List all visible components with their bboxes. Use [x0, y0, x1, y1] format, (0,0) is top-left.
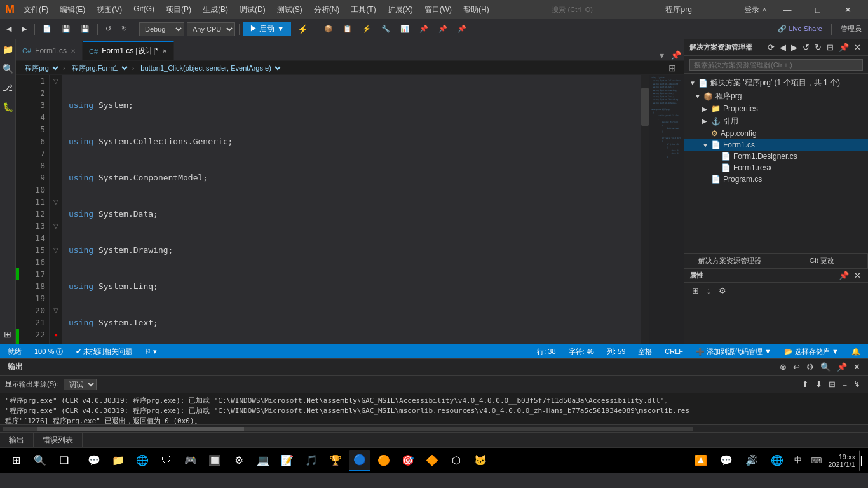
- code-content[interactable]: using System; using System.Collections.G…: [62, 75, 641, 344]
- bookmark-btn-3[interactable]: 📌: [454, 24, 470, 34]
- taskbar-app-1[interactable]: 💬: [83, 450, 105, 471]
- global-search-input[interactable]: [546, 4, 660, 15]
- taskbar-app-4[interactable]: 🛡: [156, 450, 177, 471]
- menu-project[interactable]: 项目(P): [161, 3, 196, 17]
- activity-search[interactable]: 🔍: [0, 61, 16, 76]
- activity-explorer[interactable]: 📁: [0, 42, 16, 57]
- output-btn-5[interactable]: ↯: [851, 379, 863, 390]
- output-wrap-button[interactable]: ↩: [790, 362, 803, 372]
- breadcrumb-expand-button[interactable]: ⊞: [666, 63, 679, 73]
- taskbar-lang[interactable]: 中: [792, 455, 804, 466]
- menu-edit[interactable]: 编辑(E): [55, 3, 90, 17]
- menu-extend[interactable]: 扩展(X): [383, 3, 418, 17]
- taskbar-app-10[interactable]: 🎵: [301, 450, 322, 471]
- start-button[interactable]: ▶ 启动 ▼: [243, 22, 291, 36]
- output-find-button[interactable]: 🔍: [818, 362, 833, 372]
- taskbar-app-2[interactable]: 📁: [107, 450, 129, 471]
- taskbar-app-9[interactable]: 📝: [276, 450, 298, 471]
- taskbar-app-12[interactable]: 🔵: [349, 450, 370, 471]
- code-editor[interactable]: 12345 678910 1112131415 1617181920 21222…: [16, 75, 684, 344]
- status-branch[interactable]: 📂 选择存储库 ▼: [782, 347, 841, 356]
- menu-tools[interactable]: 工具(T): [346, 3, 381, 17]
- menu-test[interactable]: 测试(S): [272, 3, 308, 17]
- menu-window[interactable]: 窗口(W): [419, 3, 457, 17]
- output-hscrollbar-thumb[interactable]: [37, 427, 244, 431]
- output-clear-button[interactable]: ⊗: [777, 362, 789, 372]
- close-button[interactable]: ✕: [834, 0, 863, 19]
- form1-cs-item[interactable]: ▼ 📄 Form1.cs: [684, 139, 868, 151]
- tool-btn-1[interactable]: 📦: [320, 24, 337, 34]
- tool-btn-4[interactable]: 🔧: [377, 24, 394, 34]
- menu-analyze[interactable]: 分析(N): [309, 3, 345, 17]
- output-btn-3[interactable]: ⊞: [826, 379, 838, 390]
- taskbar-app-6[interactable]: 🔲: [204, 450, 226, 471]
- menu-build[interactable]: 生成(B): [198, 3, 233, 17]
- taskbar-volume[interactable]: 🔊: [741, 450, 763, 471]
- se-close-button[interactable]: ✕: [852, 42, 863, 53]
- taskbar-show-hidden[interactable]: 🔼: [690, 450, 712, 471]
- se-sync-button[interactable]: ⟳: [766, 42, 776, 53]
- menu-file[interactable]: 文件(F): [18, 3, 53, 17]
- se-solution-tab[interactable]: 解决方案资源管理器: [684, 254, 776, 268]
- taskbar-app-5[interactable]: 🎮: [180, 450, 201, 471]
- new-file-button[interactable]: 📄: [39, 24, 55, 34]
- properties-folder-item[interactable]: ▶ 📁 Properties: [684, 103, 868, 114]
- output-tab-label[interactable]: 输出: [5, 362, 25, 372]
- manage-button[interactable]: 管理员: [837, 23, 865, 35]
- status-warnings[interactable]: ⚐ ▾: [142, 348, 159, 356]
- output-hscrollbar[interactable]: [3, 427, 693, 431]
- back-button[interactable]: ◀: [3, 24, 15, 34]
- scrollbar-thumb[interactable]: [641, 88, 649, 126]
- taskbar-app-8[interactable]: 💻: [252, 450, 274, 471]
- props-settings-btn[interactable]: ⚙: [716, 285, 729, 296]
- taskbar-app-13[interactable]: 🟠: [373, 450, 395, 471]
- tab-close-2[interactable]: ✕: [162, 48, 167, 55]
- taskbar-clock[interactable]: 19:xx 2021/1/1: [828, 453, 855, 468]
- se-pin-button[interactable]: 📌: [837, 42, 851, 53]
- props-category-btn[interactable]: ⊞: [689, 285, 702, 296]
- taskbar-app-15[interactable]: 🔶: [421, 450, 443, 471]
- forward-button[interactable]: ▶: [18, 24, 31, 34]
- status-encoding[interactable]: CRLF: [662, 348, 686, 355]
- status-bell[interactable]: 🔔: [849, 348, 863, 356]
- tool-btn-5[interactable]: 📊: [397, 24, 413, 34]
- menu-view[interactable]: 视图(V): [92, 3, 127, 17]
- tab-form1-cs[interactable]: C# Form1.cs ✕: [16, 41, 83, 60]
- tab-close-1[interactable]: ✕: [71, 48, 76, 55]
- breadcrumb-class-select[interactable]: 程序prg.Form1: [68, 64, 130, 72]
- status-source-control[interactable]: ➕ 添加到源代码管理 ▼: [693, 347, 774, 356]
- undo-button[interactable]: ↺: [102, 24, 115, 34]
- status-char[interactable]: 字符: 46: [566, 347, 597, 356]
- output-btn-2[interactable]: ⬇: [813, 379, 825, 390]
- status-ready[interactable]: 就绪: [5, 347, 24, 356]
- breadcrumb-project-select[interactable]: 程序prg: [21, 64, 60, 72]
- references-item[interactable]: ▶ ⚓ 引用: [684, 114, 868, 128]
- activity-debug[interactable]: 🐛: [0, 99, 16, 114]
- taskbar-msg-icon[interactable]: 💬: [715, 450, 737, 471]
- breadcrumb-method-select[interactable]: button1_Click(object sender, EventArgs e…: [137, 64, 283, 72]
- tool-btn-3[interactable]: ⚡: [358, 24, 375, 34]
- maximize-button[interactable]: □: [803, 0, 832, 19]
- minimize-button[interactable]: —: [773, 0, 802, 19]
- se-git-tab[interactable]: Git 更改: [776, 254, 869, 268]
- project-item[interactable]: ▼ 📦 程序prg: [684, 90, 868, 103]
- app-config-item[interactable]: ⚙ App.config: [684, 128, 868, 139]
- editor-scrollbar[interactable]: [641, 75, 649, 344]
- se-undo-button[interactable]: ↺: [801, 42, 811, 53]
- tool-btn-2[interactable]: 📋: [339, 24, 356, 34]
- se-forward-button[interactable]: ▶: [789, 42, 799, 53]
- activity-git[interactable]: ⎇: [0, 80, 15, 95]
- taskbar-app-11[interactable]: 🏆: [325, 450, 346, 471]
- tab-pin-button[interactable]: 📌: [668, 50, 684, 60]
- menu-git[interactable]: Git(G): [128, 3, 159, 17]
- status-space[interactable]: 空格: [635, 347, 654, 356]
- taskbar-show-desktop[interactable]: |: [859, 450, 863, 471]
- output-footer-tab-output[interactable]: 输出: [0, 433, 34, 447]
- output-close-button[interactable]: ✕: [851, 362, 863, 372]
- debug-config-select[interactable]: Debug Release: [139, 22, 184, 36]
- tab-form1-designer[interactable]: C# Form1.cs [设计]* ✕: [83, 41, 174, 60]
- bookmark-btn-2[interactable]: 📌: [435, 24, 451, 34]
- status-zoom[interactable]: 100 % ⓘ: [32, 347, 65, 356]
- se-back-button[interactable]: ◀: [778, 42, 788, 53]
- output-btn-4[interactable]: ≡: [839, 379, 850, 390]
